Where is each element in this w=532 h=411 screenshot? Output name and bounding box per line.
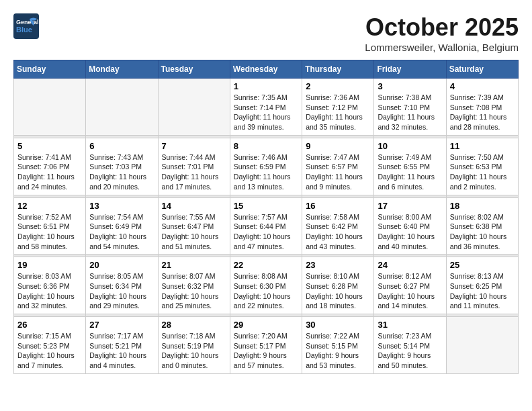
calendar-cell: 26Sunrise: 7:15 AMSunset: 5:23 PMDayligh… xyxy=(14,317,86,374)
calendar-cell: 7Sunrise: 7:44 AMSunset: 7:01 PMDaylight… xyxy=(158,138,230,195)
calendar-cell xyxy=(158,79,230,136)
weekday-header-thursday: Thursday xyxy=(302,60,374,79)
day-info: Sunrise: 7:58 AMSunset: 6:42 PMDaylight:… xyxy=(306,212,370,252)
calendar-table: SundayMondayTuesdayWednesdayThursdayFrid… xyxy=(13,60,519,374)
calendar-cell: 6Sunrise: 7:43 AMSunset: 7:03 PMDaylight… xyxy=(86,138,158,195)
day-number: 22 xyxy=(234,260,298,270)
day-info: Sunrise: 7:22 AMSunset: 5:15 PMDaylight:… xyxy=(306,331,370,371)
day-info: Sunrise: 7:46 AMSunset: 6:59 PMDaylight:… xyxy=(234,152,298,192)
calendar-cell xyxy=(446,317,518,374)
day-number: 13 xyxy=(89,201,154,211)
day-number: 31 xyxy=(378,320,442,330)
day-number: 28 xyxy=(162,320,226,330)
calendar-cell: 31Sunrise: 7:23 AMSunset: 5:14 PMDayligh… xyxy=(374,317,446,374)
calendar-cell: 16Sunrise: 7:58 AMSunset: 6:42 PMDayligh… xyxy=(302,197,374,255)
day-number: 9 xyxy=(306,141,370,151)
calendar-cell: 15Sunrise: 7:57 AMSunset: 6:44 PMDayligh… xyxy=(230,197,302,255)
day-number: 18 xyxy=(450,201,515,211)
day-number: 30 xyxy=(306,320,370,330)
day-info: Sunrise: 7:20 AMSunset: 5:17 PMDaylight:… xyxy=(234,331,298,371)
day-number: 8 xyxy=(234,141,298,151)
calendar-cell: 19Sunrise: 8:03 AMSunset: 6:36 PMDayligh… xyxy=(14,257,86,314)
calendar-week-row-3: 19Sunrise: 8:03 AMSunset: 6:36 PMDayligh… xyxy=(14,257,519,314)
day-number: 1 xyxy=(234,81,298,91)
calendar-cell: 22Sunrise: 8:08 AMSunset: 6:30 PMDayligh… xyxy=(230,257,302,314)
logo-icon: General Blue xyxy=(13,13,39,39)
day-number: 6 xyxy=(89,141,154,151)
weekday-header-monday: Monday xyxy=(86,60,158,79)
day-info: Sunrise: 7:39 AMSunset: 7:08 PMDaylight:… xyxy=(450,93,515,132)
day-info: Sunrise: 7:36 AMSunset: 7:12 PMDaylight:… xyxy=(306,93,370,132)
day-info: Sunrise: 8:12 AMSunset: 6:27 PMDaylight:… xyxy=(378,271,442,311)
day-info: Sunrise: 7:15 AMSunset: 5:23 PMDaylight:… xyxy=(17,331,82,371)
page-header: General Blue October 2025 Lommersweiler,… xyxy=(13,13,519,53)
weekday-header-saturday: Saturday xyxy=(446,60,518,79)
calendar-cell: 9Sunrise: 7:47 AMSunset: 6:57 PMDaylight… xyxy=(302,138,374,195)
calendar-cell: 18Sunrise: 8:02 AMSunset: 6:38 PMDayligh… xyxy=(446,197,518,255)
day-number: 5 xyxy=(17,141,82,151)
day-number: 23 xyxy=(306,260,370,270)
day-info: Sunrise: 7:43 AMSunset: 7:03 PMDaylight:… xyxy=(89,152,154,192)
day-number: 14 xyxy=(162,201,226,211)
day-number: 3 xyxy=(378,81,442,91)
day-number: 19 xyxy=(17,260,82,270)
calendar-week-row-4: 26Sunrise: 7:15 AMSunset: 5:23 PMDayligh… xyxy=(14,317,519,374)
month-title: October 2025 xyxy=(365,13,519,42)
day-info: Sunrise: 8:05 AMSunset: 6:34 PMDaylight:… xyxy=(89,271,154,311)
calendar-cell: 12Sunrise: 7:52 AMSunset: 6:51 PMDayligh… xyxy=(14,197,86,255)
day-info: Sunrise: 8:10 AMSunset: 6:28 PMDaylight:… xyxy=(306,271,370,311)
day-info: Sunrise: 8:13 AMSunset: 6:25 PMDaylight:… xyxy=(450,271,515,311)
calendar-cell: 14Sunrise: 7:55 AMSunset: 6:47 PMDayligh… xyxy=(158,197,230,255)
title-block: October 2025 Lommersweiler, Wallonia, Be… xyxy=(365,13,519,53)
calendar-cell: 17Sunrise: 8:00 AMSunset: 6:40 PMDayligh… xyxy=(374,197,446,255)
calendar-cell xyxy=(14,79,86,136)
day-info: Sunrise: 7:49 AMSunset: 6:55 PMDaylight:… xyxy=(378,152,442,192)
calendar-cell: 28Sunrise: 7:18 AMSunset: 5:19 PMDayligh… xyxy=(158,317,230,374)
day-info: Sunrise: 7:38 AMSunset: 7:10 PMDaylight:… xyxy=(378,93,442,132)
calendar-cell: 1Sunrise: 7:35 AMSunset: 7:14 PMDaylight… xyxy=(230,79,302,136)
day-number: 11 xyxy=(450,141,515,151)
calendar-cell: 24Sunrise: 8:12 AMSunset: 6:27 PMDayligh… xyxy=(374,257,446,314)
day-info: Sunrise: 8:07 AMSunset: 6:32 PMDaylight:… xyxy=(162,271,226,311)
day-info: Sunrise: 7:35 AMSunset: 7:14 PMDaylight:… xyxy=(234,93,298,132)
weekday-header-friday: Friday xyxy=(374,60,446,79)
day-info: Sunrise: 7:17 AMSunset: 5:21 PMDaylight:… xyxy=(89,331,154,371)
day-info: Sunrise: 7:44 AMSunset: 7:01 PMDaylight:… xyxy=(162,152,226,192)
day-number: 17 xyxy=(378,201,442,211)
day-info: Sunrise: 7:57 AMSunset: 6:44 PMDaylight:… xyxy=(234,212,298,252)
calendar-cell: 13Sunrise: 7:54 AMSunset: 6:49 PMDayligh… xyxy=(86,197,158,255)
calendar-cell: 5Sunrise: 7:41 AMSunset: 7:06 PMDaylight… xyxy=(14,138,86,195)
calendar-cell: 25Sunrise: 8:13 AMSunset: 6:25 PMDayligh… xyxy=(446,257,518,314)
calendar-week-row-2: 12Sunrise: 7:52 AMSunset: 6:51 PMDayligh… xyxy=(14,197,519,255)
day-info: Sunrise: 7:55 AMSunset: 6:47 PMDaylight:… xyxy=(162,212,226,252)
calendar-cell xyxy=(86,79,158,136)
day-info: Sunrise: 7:23 AMSunset: 5:14 PMDaylight:… xyxy=(378,331,442,371)
weekday-header-tuesday: Tuesday xyxy=(158,60,230,79)
calendar-cell: 10Sunrise: 7:49 AMSunset: 6:55 PMDayligh… xyxy=(374,138,446,195)
day-number: 29 xyxy=(234,320,298,330)
calendar-cell: 11Sunrise: 7:50 AMSunset: 6:53 PMDayligh… xyxy=(446,138,518,195)
day-number: 16 xyxy=(306,201,370,211)
day-number: 27 xyxy=(89,320,154,330)
calendar-week-row-1: 5Sunrise: 7:41 AMSunset: 7:06 PMDaylight… xyxy=(14,138,519,195)
day-number: 2 xyxy=(306,81,370,91)
calendar-week-row-0: 1Sunrise: 7:35 AMSunset: 7:14 PMDaylight… xyxy=(14,79,519,136)
day-number: 12 xyxy=(17,201,82,211)
day-info: Sunrise: 7:41 AMSunset: 7:06 PMDaylight:… xyxy=(17,152,82,192)
day-number: 10 xyxy=(378,141,442,151)
day-number: 4 xyxy=(450,81,515,91)
day-number: 25 xyxy=(450,260,515,270)
calendar-cell: 3Sunrise: 7:38 AMSunset: 7:10 PMDaylight… xyxy=(374,79,446,136)
calendar-cell: 8Sunrise: 7:46 AMSunset: 6:59 PMDaylight… xyxy=(230,138,302,195)
day-info: Sunrise: 7:54 AMSunset: 6:49 PMDaylight:… xyxy=(89,212,154,252)
calendar-cell: 29Sunrise: 7:20 AMSunset: 5:17 PMDayligh… xyxy=(230,317,302,374)
weekday-header-row: SundayMondayTuesdayWednesdayThursdayFrid… xyxy=(14,60,519,79)
day-number: 20 xyxy=(89,260,154,270)
calendar-cell: 27Sunrise: 7:17 AMSunset: 5:21 PMDayligh… xyxy=(86,317,158,374)
svg-text:Blue: Blue xyxy=(16,26,32,34)
day-number: 7 xyxy=(162,141,226,151)
day-info: Sunrise: 8:03 AMSunset: 6:36 PMDaylight:… xyxy=(17,271,82,311)
day-number: 24 xyxy=(378,260,442,270)
day-number: 21 xyxy=(162,260,226,270)
day-info: Sunrise: 7:47 AMSunset: 6:57 PMDaylight:… xyxy=(306,152,370,192)
